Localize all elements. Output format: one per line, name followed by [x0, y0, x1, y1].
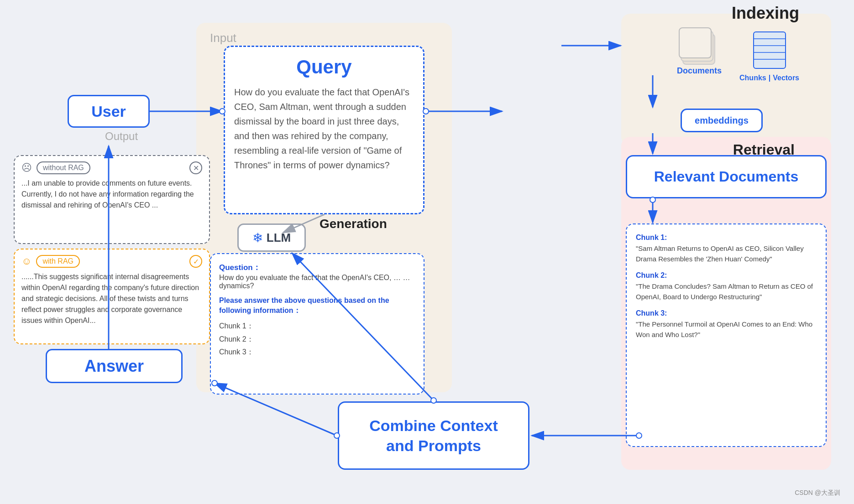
- cylinders-area: Chunks | Vectors: [739, 27, 799, 82]
- gen-question-label: Question：: [219, 262, 415, 273]
- indexing-label: Indexing: [732, 4, 799, 23]
- output-label: Output: [105, 130, 138, 143]
- document-icon: [679, 27, 720, 64]
- svg-rect-0: [754, 32, 786, 68]
- generation-label-text: Generation: [320, 217, 387, 231]
- without-rag-badge: without RAG: [37, 161, 90, 174]
- generation-content-box: Question： How do you evaluate the fact t…: [210, 253, 424, 395]
- embeddings-box: embeddings: [681, 109, 763, 132]
- chunk2-ref: Chunk 2：: [219, 335, 254, 343]
- query-text: How do you evaluate the fact that OpenAI…: [234, 85, 414, 172]
- relevant-docs-label: Relevant Documents: [654, 167, 799, 187]
- snowflake-icon: ❄: [252, 230, 263, 245]
- gen-chunks: Chunk 1： Chunk 2： Chunk 3：: [219, 320, 415, 359]
- user-box: User: [68, 95, 150, 128]
- watermark: CSDN @大圣训: [795, 489, 840, 497]
- chunk3-ref: Chunk 3：: [219, 348, 254, 356]
- x-icon: ✕: [189, 161, 202, 174]
- documents-label: Documents: [677, 66, 722, 76]
- chunks-label: Chunks: [739, 74, 766, 82]
- with-rag-text: ......This suggests significant internal…: [21, 271, 202, 326]
- documents-area: Documents: [677, 27, 722, 76]
- diagram: Input Indexing Retrieval Generation User…: [0, 0, 854, 504]
- gen-please-text: Please answer the above questions based …: [219, 296, 415, 316]
- combine-label: Combine Context and Prompts: [369, 416, 498, 456]
- with-rag-badge: with RAG: [36, 255, 80, 268]
- query-box: Query How do you evaluate the fact that …: [224, 46, 424, 214]
- chunk3-text: "The Personnel Turmoil at OpenAI Comes t…: [636, 319, 817, 340]
- without-rag-box: ☹ without RAG ✕ ...I am unable to provid…: [14, 155, 210, 244]
- answer-label: Answer: [84, 357, 144, 376]
- embeddings-label: embeddings: [695, 115, 749, 126]
- llm-label: LLM: [267, 231, 291, 245]
- with-rag-header: ☺ with RAG ✓: [21, 255, 202, 268]
- with-rag-box: ☺ with RAG ✓ ......This suggests signifi…: [14, 249, 210, 344]
- answer-box: Answer: [46, 349, 183, 383]
- chunk2-title: Chunk 2:: [636, 271, 817, 280]
- vectors-label: Vectors: [773, 74, 799, 82]
- chunk3-title: Chunk 3:: [636, 309, 817, 317]
- without-rag-text: ...I am unable to provide comments on fu…: [21, 178, 202, 211]
- chunk2-text: "The Drama Concludes? Sam Altman to Retu…: [636, 281, 817, 302]
- combine-box: Combine Context and Prompts: [338, 401, 529, 470]
- vectors-icon: [749, 27, 790, 73]
- input-label: Input: [210, 31, 236, 45]
- llm-box: ❄ LLM: [237, 223, 306, 252]
- chunk3-entry: Chunk 3: "The Personnel Turmoil at OpenA…: [636, 309, 817, 340]
- chunk1-text: "Sam Altman Returns to OpenAI as CEO, Si…: [636, 244, 817, 264]
- check-icon: ✓: [189, 255, 202, 268]
- chunk1-ref: Chunk 1：: [219, 322, 254, 330]
- relevant-docs-box: Relevant Documents: [626, 155, 827, 198]
- without-rag-header: ☹ without RAG ✕: [21, 161, 202, 174]
- chunk1-entry: Chunk 1: "Sam Altman Returns to OpenAI a…: [636, 234, 817, 264]
- chunk1-title: Chunk 1:: [636, 234, 817, 242]
- user-label: User: [91, 103, 126, 120]
- chunks-box: Chunk 1: "Sam Altman Returns to OpenAI a…: [626, 223, 827, 447]
- gen-question-text: How do you evaluate the fact that the Op…: [219, 274, 415, 290]
- query-title: Query: [234, 56, 414, 78]
- chunk2-entry: Chunk 2: "The Drama Concludes? Sam Altma…: [636, 271, 817, 302]
